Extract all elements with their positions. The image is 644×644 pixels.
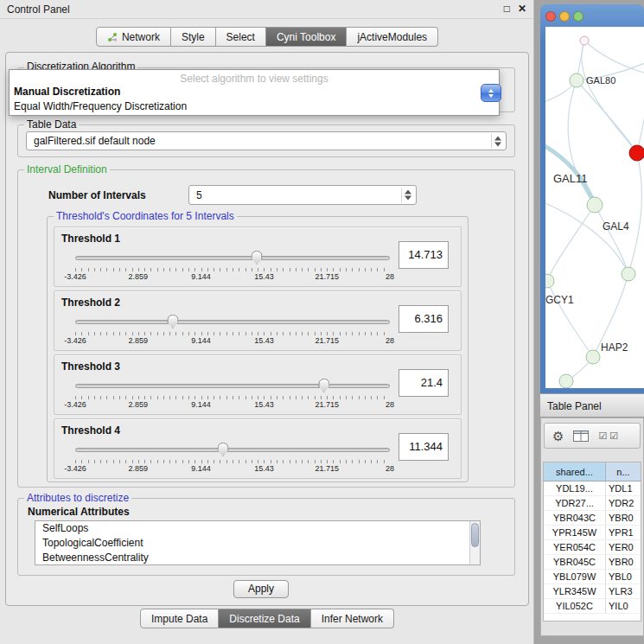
gear-icon[interactable]: ⚙ xyxy=(552,430,564,443)
threshold-slider[interactable] xyxy=(75,378,390,395)
tick-label: 21.715 xyxy=(315,272,339,281)
threshold-value-field[interactable]: 6.316 xyxy=(399,305,449,333)
network-window: GAL80GAL11GAL4GCY1HAP2 xyxy=(540,4,644,393)
network-node[interactable] xyxy=(545,274,554,288)
table-column-header[interactable]: shared... xyxy=(544,462,606,481)
slider-thumb-icon[interactable] xyxy=(318,379,329,392)
threshold-value-field[interactable]: 14.713 xyxy=(399,241,449,269)
table-row[interactable]: YBL079WYBL0 xyxy=(544,570,641,584)
network-node[interactable] xyxy=(586,350,600,364)
slider-track[interactable] xyxy=(75,384,390,388)
network-node[interactable] xyxy=(570,73,583,87)
tab-style[interactable]: Style xyxy=(171,27,216,47)
slider-tick-labels: -3.4262.8599.14415.4321.71528 xyxy=(75,272,390,282)
table-cell: YPR1 xyxy=(606,526,641,539)
number-of-intervals-combobox[interactable]: 5 xyxy=(188,185,417,205)
table-row[interactable]: YPR145WYPR1 xyxy=(544,526,641,540)
node-label: GAL4 xyxy=(603,220,629,233)
network-edge[interactable] xyxy=(637,96,644,153)
tab-label: Style xyxy=(182,31,205,43)
network-edge[interactable] xyxy=(545,200,628,274)
tab-discretize-data[interactable]: Discretize Data xyxy=(219,609,310,628)
slider-ticks xyxy=(75,268,390,271)
apply-button[interactable]: Apply xyxy=(233,580,289,598)
scrollbar-thumb[interactable] xyxy=(471,523,479,547)
table-cell: YDR27... xyxy=(544,496,606,510)
table-row[interactable]: YIL052CYIL0 xyxy=(544,599,641,614)
network-edge[interactable] xyxy=(628,153,641,274)
table-cell: YER0 xyxy=(606,540,641,554)
checkbox-icon[interactable]: ☑ xyxy=(609,430,618,442)
algorithm-option-equal-width-frequency-discretization[interactable]: Equal Width/Frequency Discretization xyxy=(10,99,499,114)
threshold-value-field[interactable]: 21.4 xyxy=(399,369,449,397)
algorithm-dropdown-popup: Select algorithm to view settings Manual… xyxy=(9,69,500,116)
network-edge[interactable] xyxy=(584,41,644,74)
table-row[interactable]: YBR043CYBR0 xyxy=(544,511,641,526)
threshold-panel: Threshold 3-3.4262.8599.14415.4321.71528… xyxy=(54,354,462,415)
minimize-icon[interactable] xyxy=(559,11,570,22)
slider-track[interactable] xyxy=(75,256,390,260)
threshold-value-field[interactable]: 11.344 xyxy=(399,433,449,461)
stepper-icon[interactable] xyxy=(401,188,413,202)
zoom-icon[interactable] xyxy=(573,11,583,22)
table-cell: YBR043C xyxy=(544,511,606,525)
checkbox-icon[interactable]: ☑ xyxy=(598,430,607,442)
network-edge[interactable] xyxy=(568,80,595,205)
combobox-arrows-icon[interactable] xyxy=(481,84,501,102)
table-row[interactable]: YLR345WYLR3 xyxy=(544,584,641,599)
network-node[interactable] xyxy=(559,374,573,388)
slider-thumb-icon[interactable] xyxy=(218,443,229,456)
columns-icon[interactable] xyxy=(573,430,589,442)
tick-label: 21.715 xyxy=(315,400,339,409)
close-icon[interactable] xyxy=(545,11,556,22)
scrollbar[interactable] xyxy=(469,521,480,564)
slider-ticks xyxy=(75,460,390,463)
table-data-combobox[interactable]: galFiltered.sif default node xyxy=(26,131,507,150)
network-node[interactable] xyxy=(587,197,603,213)
tick-label: 9.144 xyxy=(191,400,211,409)
threshold-slider[interactable] xyxy=(75,250,390,267)
tick-label: 2.859 xyxy=(129,272,149,281)
network-edge[interactable] xyxy=(582,41,637,153)
page-title: Control Panel xyxy=(7,3,70,16)
slider-track[interactable] xyxy=(75,320,390,324)
table-row[interactable]: YBR045CYBR0 xyxy=(544,555,641,570)
tab-jactivemodules[interactable]: jActiveModules xyxy=(347,27,438,47)
algorithm-dropdown-placeholder: Select algorithm to view settings xyxy=(10,70,499,85)
stepper-icon[interactable] xyxy=(491,134,503,149)
restore-icon[interactable]: □ xyxy=(504,3,510,15)
threshold-label: Threshold 3 xyxy=(61,360,120,373)
slider-thumb-icon[interactable] xyxy=(167,315,178,328)
list-item-betweennesscentrality[interactable]: BetweennessCentrality xyxy=(35,551,480,565)
tab-network[interactable]: Network xyxy=(96,27,171,47)
slider-ticks xyxy=(75,396,390,399)
table-cell: YIL052C xyxy=(544,599,606,613)
list-item-topologicalcoefficient[interactable]: TopologicalCoefficient xyxy=(35,536,480,551)
network-edge[interactable] xyxy=(547,281,593,357)
tab-select[interactable]: Select xyxy=(216,27,266,47)
tab-impute-data[interactable]: Impute Data xyxy=(140,609,219,628)
table-cell: YDL1 xyxy=(606,481,641,495)
network-node[interactable] xyxy=(629,145,644,161)
threshold-slider[interactable] xyxy=(75,314,390,331)
table-cell: YIL0 xyxy=(606,599,641,613)
algorithm-option-manual-discretization[interactable]: Manual Discretization xyxy=(10,85,499,99)
slider-track[interactable] xyxy=(75,448,390,452)
close-icon[interactable]: ✕ xyxy=(518,3,526,15)
tab-label: Select xyxy=(226,31,255,43)
threshold-slider[interactable] xyxy=(75,442,390,459)
list-item-selfloops[interactable]: SelfLoops xyxy=(35,521,480,536)
table-row[interactable]: YDL19...YDL1 xyxy=(544,481,641,496)
tab-infer-network[interactable]: Infer Network xyxy=(311,609,394,628)
table-row[interactable]: YER054CYER0 xyxy=(544,540,641,555)
table-row[interactable]: YDR27...YDR2 xyxy=(544,496,641,511)
network-canvas[interactable]: GAL80GAL11GAL4GCY1HAP2 xyxy=(545,27,644,388)
slider-thumb-icon[interactable] xyxy=(252,251,263,265)
node-label: HAP2 xyxy=(601,341,628,354)
slider-ticks xyxy=(75,332,390,335)
table-column-header[interactable]: n... xyxy=(606,462,641,481)
network-node[interactable] xyxy=(580,36,589,45)
threshold-panel: Threshold 4-3.4262.8599.14415.4321.71528… xyxy=(54,418,462,479)
tab-cyni-toolbox[interactable]: Cyni Toolbox xyxy=(266,27,347,47)
network-node[interactable] xyxy=(622,267,635,281)
